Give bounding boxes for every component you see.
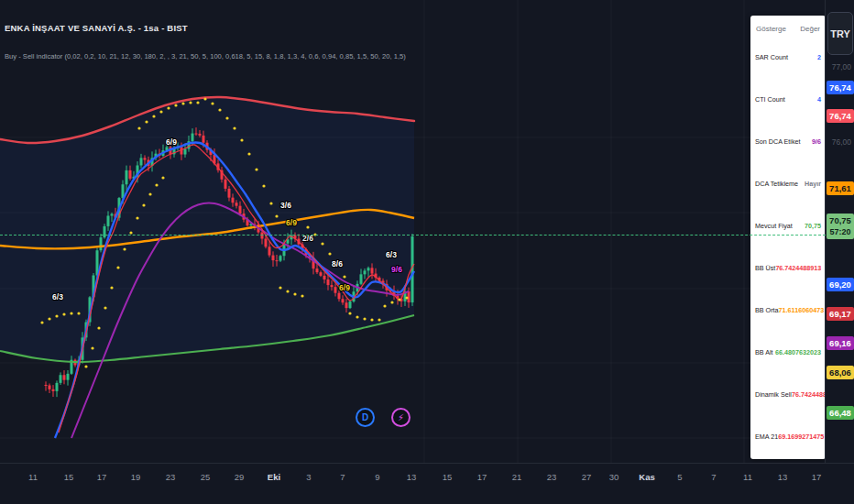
chart-legend: ENKA İNŞAAT VE SANAYİ A.Ş. - 1sa - BIST … <box>5 22 406 61</box>
time-axis-label: 17 <box>812 472 822 482</box>
row-value: Hayır <box>805 180 821 188</box>
time-axis[interactable]: 11151719232529Eki37913151721232730Kas571… <box>0 463 854 504</box>
indicator-data-window: Gösterge Değer SAR Count2CTI Count4Son D… <box>750 16 826 459</box>
price-label: 69,16 <box>827 336 854 350</box>
price-tick: 77,00 <box>832 62 851 71</box>
time-axis-label: 11 <box>28 472 38 482</box>
chart-signal-label: 3/6 <box>280 201 291 210</box>
time-axis-label: Eki <box>268 472 280 482</box>
price-label: 66,48 <box>827 406 854 420</box>
chart-signal-label: 6/3 <box>52 292 63 301</box>
row-value: 9/6 <box>812 137 821 146</box>
time-axis-label: 3 <box>306 472 311 482</box>
time-axis-label: 7 <box>340 472 345 482</box>
time-axis-label: 7 <box>711 472 716 482</box>
tradingview-chart-window: 6/36/93/66/92/68/66/96/39/6 ENKA İNŞAAT … <box>0 0 854 504</box>
time-axis-label: 15 <box>64 472 74 482</box>
row-label: CTI Count <box>755 95 785 104</box>
chart-signal-label: 6/9 <box>339 283 350 292</box>
row-label: SAR Count <box>755 53 788 61</box>
time-axis-label: Kas <box>639 472 654 482</box>
row-label: DCA Tetikleme <box>755 180 798 188</box>
candlestick-chart-canvas[interactable]: 6/36/93/66/92/68/66/96/39/6 <box>0 0 854 504</box>
row-label: BB Alt <box>755 348 773 356</box>
row-label: BB Orta <box>755 306 779 314</box>
time-axis-label: 23 <box>166 472 176 482</box>
price-tick: 76,00 <box>832 137 851 147</box>
current-price-line <box>0 235 826 236</box>
time-axis-label: 11 <box>743 472 752 482</box>
row-value: 71.6116060473 <box>779 306 825 314</box>
time-axis-label: 23 <box>547 472 557 482</box>
time-axis-label: 17 <box>477 472 487 482</box>
chart-signal-label: 6/9 <box>166 137 177 147</box>
time-axis-label: 15 <box>443 472 453 482</box>
data-window-row: CTI Count4 <box>755 79 821 121</box>
data-window-row: EMA 2169.1699271475 <box>755 415 821 457</box>
data-window-row: Mevcut Fiyat70,75 <box>755 205 821 247</box>
price-label: 71,61 <box>827 181 854 195</box>
row-label: Dinamik Sell <box>755 390 792 399</box>
row-value: 4 <box>817 95 821 104</box>
time-axis-label: 9 <box>375 472 379 482</box>
row-label: BB Üst <box>755 264 775 272</box>
price-label: 69,20 <box>827 278 854 291</box>
data-window-row: BB Orta71.6116060473 <box>755 289 821 331</box>
bar-countdown: 57:20 <box>827 226 854 238</box>
time-axis-label: 25 <box>201 472 211 482</box>
price-label: 68,06 <box>827 366 854 379</box>
row-value: 66.4807632023 <box>775 348 821 356</box>
dca-status-icon[interactable]: D <box>356 408 375 427</box>
chart-signal-label: 6/3 <box>386 250 397 259</box>
row-value: 69.1699271475 <box>778 433 824 441</box>
time-axis-label: 19 <box>131 472 141 482</box>
symbol-title[interactable]: ENKA İNŞAAT VE SANAYİ A.Ş. - 1sa - BIST <box>5 22 406 35</box>
time-axis-label: 17 <box>97 472 107 482</box>
price-scale[interactable]: TRY 77,0076,0076,7476,7471,6170,7557:206… <box>825 0 854 463</box>
flash-alert-icon[interactable]: ⚡ <box>391 408 411 427</box>
time-axis-label: 13 <box>407 472 417 482</box>
row-value: 2 <box>817 53 821 61</box>
row-label: Mevcut Fiyat <box>755 222 793 230</box>
price-label: 76,74 <box>827 81 854 94</box>
data-window-row: Dinamik Sell76.7424488913 <box>755 373 821 415</box>
row-value: 76.7424488913 <box>775 264 821 272</box>
data-window-rows: SAR Count2CTI Count4Son DCA Etiket9/6DCA… <box>755 37 821 457</box>
time-axis-label: 30 <box>609 472 619 482</box>
data-window-header: Gösterge Değer <box>755 19 821 37</box>
row-label: EMA 21 <box>755 433 778 441</box>
column-indicator: Gösterge <box>756 25 786 33</box>
indicator-title[interactable]: Buy - Sell indicator (0,02, 0,2, 10, 21,… <box>5 51 406 61</box>
time-axis-label: 27 <box>582 472 592 482</box>
row-value: 70,75 <box>805 222 821 230</box>
price-label: 70,7557:20 <box>827 214 854 239</box>
time-axis-label: 13 <box>778 472 788 482</box>
chart-signal-label: 9/6 <box>391 265 402 274</box>
time-axis-label: 5 <box>677 472 682 482</box>
chart-signal-label: 6/9 <box>286 218 297 227</box>
time-axis-label: 21 <box>512 472 522 482</box>
price-label: 69,17 <box>827 307 854 321</box>
data-window-row: DCA TetiklemeHayır <box>755 163 821 205</box>
column-value: Değer <box>800 25 820 33</box>
row-label: Son DCA Etiket <box>755 137 801 146</box>
price-label: 76,74 <box>827 109 854 123</box>
data-window-row: Son DCA Etiket9/6 <box>755 121 821 163</box>
data-window-row: BB Üst76.7424488913 <box>755 247 821 290</box>
chart-signal-label: 8/6 <box>332 259 343 268</box>
currency-toggle-button[interactable]: TRY <box>827 12 853 55</box>
data-window-row: SAR Count2 <box>755 37 821 79</box>
time-axis-label: 29 <box>235 472 245 482</box>
data-window-row: BB Alt66.4807632023 <box>755 331 821 373</box>
